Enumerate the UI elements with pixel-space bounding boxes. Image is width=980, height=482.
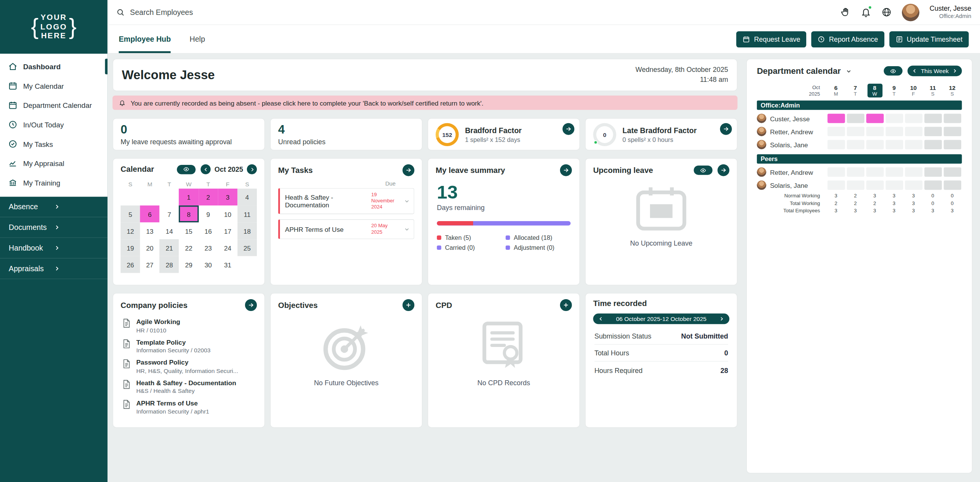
prev-week-icon[interactable] (598, 316, 604, 322)
calendar-day-27[interactable]: 27 (140, 256, 160, 273)
dept-day-9[interactable]: 9 T (887, 84, 902, 98)
tasks-more-button[interactable] (402, 164, 414, 176)
schedule-cell-absent[interactable] (866, 114, 884, 123)
calendar-day-18[interactable]: 18 (237, 222, 257, 239)
calendar-day-28[interactable]: 28 (160, 256, 179, 273)
calendar-day-25[interactable]: 25 (237, 239, 257, 256)
schedule-cell-off[interactable] (924, 127, 942, 136)
calendar-day-17[interactable]: 17 (218, 222, 237, 239)
dept-group-header-peers[interactable]: Peers (757, 154, 962, 163)
schedule-cell-work[interactable] (866, 168, 884, 177)
sidebar-item-department-calendar[interactable]: Department Calendar (0, 96, 108, 115)
schedule-cell-work[interactable] (827, 140, 845, 149)
next-week-icon[interactable] (952, 68, 958, 74)
schedule-cell-work[interactable] (866, 181, 884, 190)
calendar-day-29[interactable]: 29 (179, 256, 199, 273)
calendar-day-22[interactable]: 22 (179, 239, 199, 256)
sidebar-section-documents[interactable]: Documents (0, 217, 108, 238)
update-timesheet-button[interactable]: Update Timesheet (889, 31, 969, 47)
dept-day-7[interactable]: 7 T (848, 84, 863, 98)
dept-calendar-visibility-button[interactable] (884, 66, 903, 75)
task-menu-icon[interactable] (404, 198, 410, 204)
schedule-cell-work[interactable] (905, 140, 922, 149)
schedule-cell-work[interactable] (885, 168, 903, 177)
calendar-day-11[interactable]: 11 (237, 205, 257, 222)
calendar-day-12[interactable]: 12 (121, 222, 140, 239)
schedule-cell-off[interactable] (924, 114, 942, 123)
schedule-cell-work[interactable] (885, 114, 903, 123)
sidebar-item-my-training[interactable]: My Training (0, 173, 108, 192)
schedule-cell-work[interactable] (905, 181, 922, 190)
schedule-cell-off[interactable] (943, 127, 961, 136)
praise-hand-icon[interactable] (840, 7, 851, 18)
chevron-down-icon[interactable] (846, 68, 852, 74)
prev-week-icon[interactable] (912, 68, 918, 74)
add-objective-button[interactable] (402, 299, 414, 311)
schedule-cell-work[interactable] (866, 140, 884, 149)
calendar-day-3[interactable]: 3 (218, 189, 237, 205)
calendar-day-30[interactable]: 30 (198, 256, 218, 273)
calendar-day-5[interactable]: 5 (121, 205, 140, 222)
schedule-cell-off[interactable] (924, 168, 942, 177)
person-avatar[interactable] (757, 168, 766, 177)
dept-day-8[interactable]: 8 W (867, 84, 882, 98)
next-month-button[interactable] (247, 164, 257, 174)
policies-more-button[interactable] (245, 299, 257, 311)
schedule-cell-work[interactable] (846, 181, 864, 190)
schedule-cell-work[interactable] (885, 181, 903, 190)
schedule-cell-off[interactable] (943, 181, 961, 190)
schedule-cell-work[interactable] (846, 168, 864, 177)
schedule-cell-work[interactable] (905, 168, 922, 177)
policy-item[interactable]: Heath & Saftey - Documentation H&S / Hea… (113, 376, 265, 397)
schedule-cell-work[interactable] (866, 127, 884, 136)
company-logo[interactable]: { YOUR LOGO HERE } (0, 0, 108, 54)
calendar-day-2[interactable]: 2 (198, 189, 218, 205)
leave-summary-more-button[interactable] (560, 164, 572, 176)
calendar-day-8[interactable]: 8 (179, 205, 199, 222)
calendar-day-21[interactable]: 21 (160, 239, 179, 256)
language-globe-icon[interactable] (882, 7, 892, 18)
week-selector[interactable]: This Week (908, 65, 962, 76)
calendar-day-16[interactable]: 16 (198, 222, 218, 239)
user-avatar[interactable] (902, 3, 920, 21)
calendar-day-19[interactable]: 19 (121, 239, 140, 256)
dept-day-6[interactable]: 6 M (828, 84, 843, 98)
bradford-detail-button[interactable] (562, 123, 574, 135)
sidebar-item-dashboard[interactable]: Dashboard (0, 57, 108, 77)
person-avatar[interactable] (757, 114, 766, 123)
next-week-icon[interactable] (719, 316, 725, 322)
calendar-day-6[interactable]: 6 (140, 205, 160, 222)
schedule-cell-work[interactable] (885, 140, 903, 149)
tab-help[interactable]: Help (189, 25, 205, 53)
person-avatar[interactable] (757, 127, 766, 136)
report-absence-button[interactable]: Report Absence (812, 31, 884, 47)
schedule-cell-work[interactable] (885, 127, 903, 136)
dept-day-12[interactable]: 12 S (945, 84, 960, 98)
schedule-cell-off[interactable] (943, 140, 961, 149)
search-input[interactable] (130, 8, 280, 16)
calendar-day-31[interactable]: 31 (218, 256, 237, 273)
calendar-day-10[interactable]: 10 (218, 205, 237, 222)
late-bradford-detail-button[interactable] (720, 123, 732, 135)
policy-item[interactable]: Template Policy Information Security / 0… (113, 336, 265, 356)
schedule-cell-work[interactable] (905, 114, 922, 123)
dept-day-10[interactable]: 10 F (906, 84, 921, 98)
calendar-day-14[interactable]: 14 (160, 222, 179, 239)
upcoming-leave-visibility-button[interactable] (694, 166, 712, 175)
schedule-cell-work[interactable] (827, 181, 845, 190)
schedule-cell-off[interactable] (924, 181, 942, 190)
sidebar-item-in-out-today[interactable]: In/Out Today (0, 115, 108, 134)
prev-month-button[interactable] (201, 164, 211, 174)
calendar-day-23[interactable]: 23 (198, 239, 218, 256)
calendar-day-13[interactable]: 13 (140, 222, 160, 239)
timesheet-week-selector[interactable]: 06 October 2025-12 October 2025 (593, 314, 729, 324)
schedule-cell-work[interactable] (827, 127, 845, 136)
request-leave-button[interactable]: Request Leave (737, 31, 807, 47)
schedule-cell-off[interactable] (924, 140, 942, 149)
person-avatar[interactable] (757, 181, 766, 190)
calendar-day-24[interactable]: 24 (218, 239, 237, 256)
calendar-day-4[interactable]: 4 (237, 189, 257, 205)
calendar-day-9[interactable]: 9 (198, 205, 218, 222)
notifications-bell-icon[interactable] (861, 7, 872, 18)
dept-day-11[interactable]: 11 S (925, 84, 940, 98)
